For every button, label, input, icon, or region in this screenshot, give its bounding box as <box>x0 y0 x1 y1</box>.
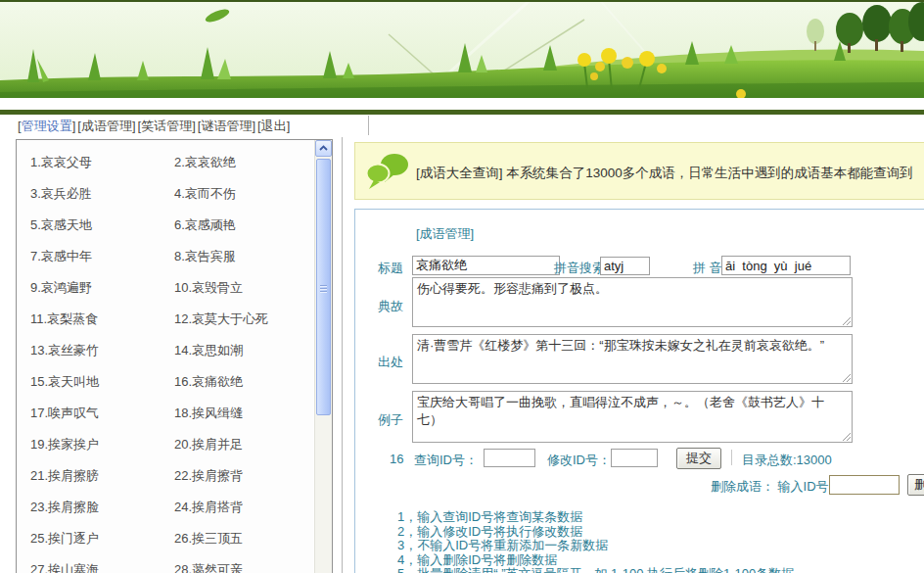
list-item[interactable]: 8.哀告宾服 <box>174 248 312 279</box>
list-item[interactable]: 7.哀感中年 <box>30 248 174 279</box>
source-label: 出处 <box>378 354 403 371</box>
info-box: [成语大全查询] 本系统集合了13000多个成语，日常生活中遇到的成语基本都能查… <box>354 142 924 200</box>
submit-button[interactable]: 提交 <box>676 448 721 469</box>
modify-id-label: 修改ID号： <box>547 452 611 469</box>
list-item[interactable]: 6.哀感顽艳 <box>174 216 312 248</box>
nav-item[interactable]: [退出] <box>257 119 290 133</box>
list-item[interactable]: 12.哀莫大于心死 <box>174 310 312 342</box>
list-item[interactable]: 11.哀梨蒸食 <box>30 310 174 342</box>
story-textarea[interactable]: 伤心得要死。形容悲痛到了极点。 <box>412 277 853 327</box>
instructions: 1，输入查询ID号将查询某条数据2，输入修改ID号将执行修改数据3，不输入ID号… <box>397 510 794 573</box>
divider <box>731 450 732 465</box>
title-input[interactable] <box>412 256 560 275</box>
example-textarea[interactable]: 宝庆给大哥唱了一曲挽歌，直唱得泣不成声，～。（老舍《鼓书艺人》十七） <box>412 391 853 443</box>
chat-bubbles-icon <box>365 152 410 191</box>
title-label: 标题 <box>378 260 403 277</box>
pinyin-label: 拼 音 <box>693 260 722 277</box>
list-item[interactable]: 26.挨三顶五 <box>174 530 312 561</box>
list-item[interactable]: 22.挨肩擦背 <box>174 467 312 499</box>
list-item[interactable]: 4.哀而不伤 <box>174 185 312 216</box>
list-item[interactable]: 9.哀鸿遍野 <box>30 279 174 310</box>
list-item[interactable]: 19.挨家挨户 <box>30 436 174 467</box>
story-field-wrap: 伤心得要死。形容悲痛到了极点。 <box>412 277 853 327</box>
instruction-line: 2，输入修改ID号将执行修改数据 <box>397 525 794 540</box>
list-item[interactable]: 16.哀痛欲绝 <box>174 373 312 405</box>
record-id: 16 <box>390 452 403 466</box>
scrollbar-up-button[interactable] <box>315 140 332 157</box>
list-item[interactable]: 1.哀哀父母 <box>30 154 174 185</box>
query-id-input[interactable] <box>484 449 535 467</box>
instruction-line: 5，批量删除请用“,”英文逗号隔开，如 1-100 执行后将删除1-100条数据 <box>397 567 794 573</box>
list-item[interactable]: 10.哀毁骨立 <box>174 279 312 310</box>
delete-label: 删除成语： 输入ID号 <box>711 478 829 496</box>
idiom-listbox: 1.哀哀父母2.哀哀欲绝3.哀兵必胜4.哀而不伤5.哀感天地6.哀感顽艳7.哀感… <box>16 139 333 573</box>
list-item[interactable]: 18.挨风缉缝 <box>174 405 312 436</box>
header-separator-bar <box>0 110 924 115</box>
nav-divider <box>368 116 369 135</box>
nav-item[interactable]: [成语管理] <box>77 119 135 133</box>
idiom-form: [成语管理] 标题 拼音搜索 拼 音 典故 伤心得要死。形容悲痛到了极点。 出处… <box>354 209 924 573</box>
example-field-wrap: 宝庆给大哥唱了一曲挽歌，直唱得泣不成声，～。（老舍《鼓书艺人》十七） <box>412 391 853 443</box>
list-item[interactable]: 27.挨山塞海 <box>30 561 174 573</box>
pinyin-search-label: 拼音搜索 <box>554 260 605 277</box>
pinyin-search-input[interactable] <box>600 257 650 275</box>
section-title: [成语管理] <box>416 225 474 243</box>
list-item[interactable]: 25.挨门逐户 <box>30 530 174 561</box>
nav-item[interactable]: [笑话管理] <box>138 119 196 133</box>
total-count: 目录总数:13000 <box>742 452 832 469</box>
list-item[interactable]: 5.哀感天地 <box>30 216 174 248</box>
delete-button[interactable]: 删 <box>907 474 924 496</box>
list-item[interactable]: 28.蔼然可亲 <box>174 561 312 573</box>
nav-menu: [管理设置][成语管理][笑话管理][谜语管理][退出] <box>18 118 292 135</box>
list-item[interactable]: 2.哀哀欲绝 <box>174 154 312 185</box>
info-text: [成语大全查询] 本系统集合了13000多个成语，日常生活中遇到的成语基本都能查… <box>416 165 913 182</box>
banner-image <box>0 2 924 98</box>
list-item[interactable]: 21.挨肩擦膀 <box>30 467 174 499</box>
scrollbar-thumb[interactable] <box>316 159 331 415</box>
panel-divider <box>342 137 343 573</box>
instruction-line: 4，输入删除ID号将删除数据 <box>397 553 794 568</box>
nav-item[interactable]: [管理设置] <box>18 119 75 133</box>
list-item[interactable]: 17.唉声叹气 <box>30 405 174 436</box>
list-item[interactable]: 20.挨肩并足 <box>174 436 312 467</box>
example-label: 例子 <box>378 411 403 429</box>
source-field-wrap: 清·曹雪芹《红楼梦》第十三回：“那宝珠按未嫁女之礼在灵前哀哀欲绝。” <box>412 334 853 384</box>
idiom-list: 1.哀哀父母2.哀哀欲绝3.哀兵必胜4.哀而不伤5.哀感天地6.哀感顽艳7.哀感… <box>30 154 312 573</box>
delete-id-input[interactable] <box>829 475 900 495</box>
list-item[interactable]: 24.挨肩搭背 <box>174 499 312 530</box>
list-item[interactable]: 23.挨肩擦脸 <box>30 499 174 530</box>
instruction-line: 1，输入查询ID号将查询某条数据 <box>397 510 794 525</box>
modify-id-input[interactable] <box>611 449 658 467</box>
pinyin-input[interactable] <box>721 256 851 275</box>
page: [管理设置][成语管理][笑话管理][谜语管理][退出] 1.哀哀父母2.哀哀欲… <box>0 0 924 573</box>
instruction-line: 3，不输入ID号将重新添加一条新数据 <box>397 539 794 553</box>
list-item[interactable]: 3.哀兵必胜 <box>30 185 174 216</box>
source-textarea[interactable]: 清·曹雪芹《红楼梦》第十三回：“那宝珠按未嫁女之礼在灵前哀哀欲绝。” <box>412 334 853 384</box>
scrollbar[interactable] <box>314 140 332 573</box>
story-label: 典故 <box>378 298 403 315</box>
query-id-label: 查询ID号： <box>414 452 478 469</box>
scrollbar-grip <box>320 285 327 293</box>
list-item[interactable]: 14.哀思如潮 <box>174 342 312 373</box>
nav-item[interactable]: [谜语管理] <box>198 119 255 133</box>
list-item[interactable]: 15.哀天叫地 <box>30 373 174 405</box>
chevron-up-icon <box>319 145 328 152</box>
list-item[interactable]: 13.哀丝豪竹 <box>30 342 174 373</box>
